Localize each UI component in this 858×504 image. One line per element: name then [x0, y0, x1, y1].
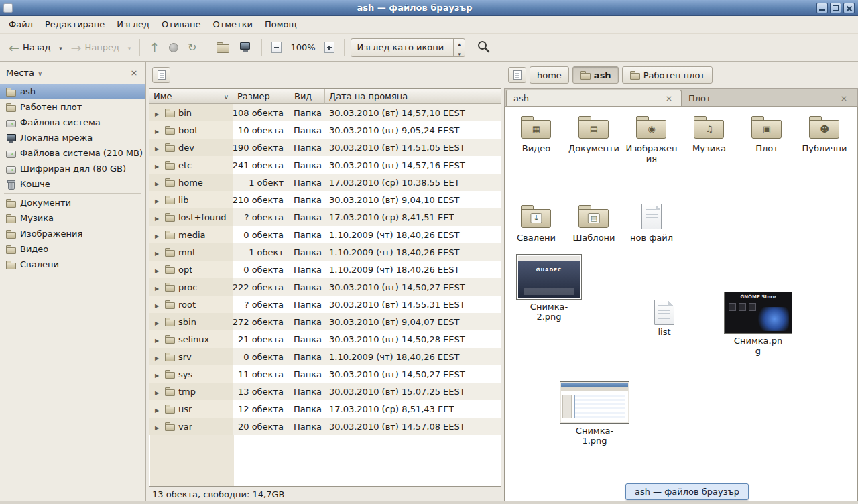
- sidebar-item[interactable]: Кошче: [0, 176, 145, 192]
- sidebar-item[interactable]: Свалени: [0, 257, 145, 272]
- expander-icon[interactable]: [153, 265, 161, 275]
- sidebar-item[interactable]: Файлова система (210 MB): [0, 145, 145, 161]
- path-button[interactable]: ash: [572, 66, 619, 84]
- expander-icon[interactable]: [153, 387, 161, 397]
- tab-ash[interactable]: ash: [506, 90, 682, 106]
- sidebar-item[interactable]: Изображения: [0, 226, 145, 241]
- table-row[interactable]: etc241 обектаПапка30.03.2010 (вт) 14,57,…: [149, 156, 501, 174]
- icon-view-item[interactable]: Снимка-1.png: [560, 381, 629, 446]
- expander-icon[interactable]: [153, 108, 161, 118]
- expander-icon[interactable]: [153, 300, 161, 310]
- table-row[interactable]: selinux21 обектаПапка30.03.2010 (вт) 14,…: [149, 330, 501, 348]
- icon-view-item[interactable]: ▣Плот: [739, 115, 795, 164]
- tab-close-icon[interactable]: [839, 93, 849, 103]
- forward-dropdown-button[interactable]: [124, 37, 135, 58]
- table-row[interactable]: bin108 обектаПапка30.03.2010 (вт) 14,57,…: [149, 104, 501, 121]
- expander-icon[interactable]: [153, 143, 161, 153]
- maximize-button[interactable]: [830, 3, 841, 13]
- table-row[interactable]: tmp13 обектаПапка30.03.2010 (вт) 15,07,2…: [149, 383, 501, 400]
- sidebar-item[interactable]: Шифриран дял (80 GB): [0, 161, 145, 176]
- sidebar-title[interactable]: Места: [6, 68, 34, 78]
- table-row[interactable]: opt0 обектаПапка1.10.2009 (чт) 18,40,26 …: [149, 261, 501, 278]
- tab-plot[interactable]: Плот: [682, 90, 856, 106]
- computer-button[interactable]: [234, 37, 257, 58]
- sidebar-item[interactable]: Документи: [0, 195, 145, 210]
- table-row[interactable]: lib210 обектаПапка30.03.2010 (вт) 9,04,1…: [149, 191, 501, 208]
- icon-view[interactable]: ▦Видео▤Документи◉Изображения♫Музика▣Плот…: [504, 107, 858, 501]
- icon-view-item[interactable]: ▤Документи: [566, 115, 622, 164]
- icon-view-item[interactable]: ▤Шаблони: [566, 204, 622, 243]
- table-row[interactable]: sbin272 обектаПапка30.03.2010 (вт) 9,04,…: [149, 313, 501, 330]
- stepper-icons[interactable]: [453, 39, 465, 56]
- column-header[interactable]: Име: [149, 89, 233, 104]
- up-button[interactable]: [145, 37, 164, 58]
- expander-icon[interactable]: [153, 160, 161, 170]
- icon-view-item[interactable]: нов файл: [623, 204, 680, 243]
- reload-button[interactable]: [183, 37, 201, 58]
- path-button[interactable]: Работен плот: [622, 66, 713, 84]
- back-button[interactable]: Назад: [4, 37, 56, 58]
- tab-close-icon[interactable]: [664, 93, 674, 103]
- expander-icon[interactable]: [153, 334, 161, 344]
- zoom-out-button[interactable]: [267, 37, 286, 58]
- back-dropdown-button[interactable]: [56, 37, 66, 58]
- sidebar-item[interactable]: ash: [0, 84, 145, 99]
- icon-view-item[interactable]: ↓Свалени: [508, 204, 564, 243]
- view-selector[interactable]: Изглед като икони: [351, 38, 466, 57]
- table-row[interactable]: dev190 обектаПапка30.03.2010 (вт) 14,51,…: [149, 139, 501, 156]
- expander-icon[interactable]: [153, 230, 161, 240]
- table-row[interactable]: usr12 обектаПапка17.03.2010 (ср) 8,51,43…: [149, 400, 501, 418]
- sidebar-item[interactable]: Локална мрежа: [0, 130, 145, 145]
- expander-icon[interactable]: [153, 125, 161, 135]
- menu-item[interactable]: Редактиране: [39, 17, 111, 32]
- titlebar[interactable]: ash — файлов браузър: [0, 0, 858, 16]
- path-button[interactable]: home: [530, 66, 569, 84]
- expander-icon[interactable]: [153, 282, 161, 292]
- expander-icon[interactable]: [153, 212, 161, 223]
- table-row[interactable]: proc222 обектаПапка30.03.2010 (вт) 14,50…: [149, 278, 501, 296]
- menu-item[interactable]: Отметки: [206, 17, 258, 32]
- table-row[interactable]: lost+found? обектаПапка17.03.2010 (ср) 8…: [149, 208, 501, 226]
- expander-icon[interactable]: [153, 369, 161, 379]
- menu-item[interactable]: Отиване: [156, 17, 206, 32]
- sidebar-close-button[interactable]: [129, 68, 139, 78]
- column-header[interactable]: Дата на промяна: [325, 89, 501, 104]
- table-row[interactable]: sys11 обектаПапка30.03.2010 (вт) 14,50,2…: [149, 365, 501, 383]
- sidebar-item[interactable]: Музика: [0, 210, 145, 226]
- minimize-button[interactable]: [816, 3, 828, 13]
- expander-icon[interactable]: [153, 247, 161, 257]
- search-button[interactable]: [472, 37, 495, 58]
- table-row[interactable]: media0 обектаПапка1.10.2009 (чт) 18,40,2…: [149, 226, 501, 243]
- table-row[interactable]: home1 обектПапка17.03.2010 (ср) 10,38,55…: [149, 174, 501, 191]
- table-row[interactable]: var20 обектаПапка30.03.2010 (вт) 14,57,0…: [149, 418, 501, 435]
- icon-view-item[interactable]: ☻Публични: [796, 115, 853, 164]
- location-toggle-button[interactable]: [152, 67, 170, 83]
- column-header[interactable]: Размер: [233, 89, 290, 104]
- expander-icon[interactable]: [153, 178, 161, 188]
- expander-icon[interactable]: [153, 404, 161, 414]
- column-header[interactable]: Вид: [290, 89, 325, 104]
- expander-icon[interactable]: [153, 422, 161, 432]
- sidebar-item[interactable]: Файлова система: [0, 115, 145, 130]
- expander-icon[interactable]: [153, 195, 161, 205]
- icon-view-item[interactable]: ◉Изображения: [623, 115, 680, 164]
- table-row[interactable]: mnt1 обектПапка1.10.2009 (чт) 18,40,26 E…: [149, 243, 501, 261]
- menu-item[interactable]: Помощ: [259, 17, 303, 32]
- sidebar-item[interactable]: Работен плот: [0, 99, 145, 115]
- icon-view-item[interactable]: list: [646, 300, 683, 337]
- menu-item[interactable]: Изглед: [111, 17, 156, 32]
- home-button[interactable]: [211, 37, 234, 58]
- menu-item[interactable]: Файл: [3, 17, 39, 32]
- sidebar-dropdown-icon[interactable]: [38, 68, 42, 78]
- table-row[interactable]: srv0 обектаПапка1.10.2009 (чт) 18,40,26 …: [149, 348, 501, 365]
- icon-view-item[interactable]: GNOME Store Снимка.png: [724, 292, 792, 356]
- location-toggle-button[interactable]: [508, 67, 526, 83]
- icon-view-item[interactable]: ♫Музика: [681, 115, 737, 164]
- table-row[interactable]: boot10 обектаПапка30.03.2010 (вт) 9,05,2…: [149, 121, 501, 139]
- forward-button[interactable]: Напред: [66, 37, 124, 58]
- icon-view-item[interactable]: ▦Видео: [508, 115, 564, 164]
- expander-icon[interactable]: [153, 352, 161, 362]
- zoom-in-button[interactable]: [320, 37, 339, 58]
- table-row[interactable]: root? обектаПапка30.03.2010 (вт) 14,55,3…: [149, 296, 501, 313]
- icon-view-item[interactable]: GUADEC Снимка-2.png: [516, 254, 582, 322]
